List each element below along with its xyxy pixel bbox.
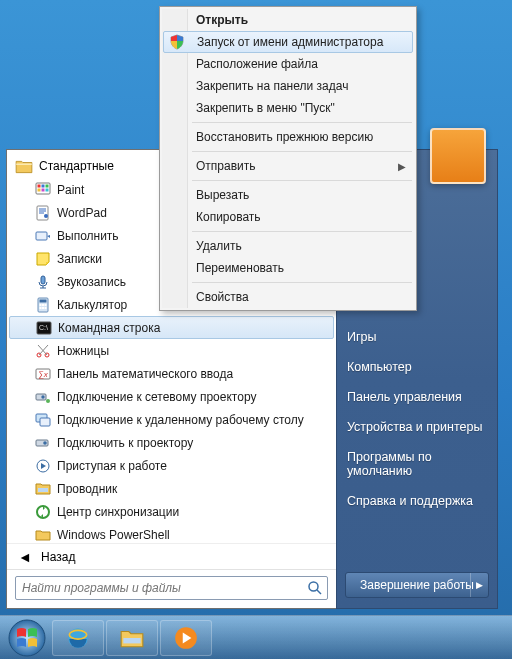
svg-rect-14 <box>42 304 44 306</box>
svg-rect-13 <box>40 304 42 306</box>
ctx-sep <box>192 282 412 283</box>
folder-open-icon <box>15 158 33 174</box>
avatar <box>430 128 486 184</box>
ctx-copy[interactable]: Копировать <box>162 206 414 228</box>
svg-rect-5 <box>42 188 45 191</box>
program-projector[interactable]: Подключить к проектору <box>7 431 336 454</box>
paint-icon <box>35 182 51 198</box>
svg-rect-3 <box>46 184 49 187</box>
svg-rect-9 <box>36 232 47 240</box>
search-icon <box>307 580 323 596</box>
svg-text:∑x: ∑x <box>38 370 49 379</box>
program-mathinput[interactable]: ∑xПанель математического ввода <box>7 362 336 385</box>
svg-rect-15 <box>45 304 47 306</box>
link-devices[interactable]: Устройства и принтеры <box>337 412 497 442</box>
ctx-cut[interactable]: Вырезать <box>162 184 414 206</box>
calc-icon <box>35 297 51 313</box>
svg-rect-16 <box>40 307 42 309</box>
svg-point-31 <box>43 441 47 445</box>
program-snipping[interactable]: Ножницы <box>7 339 336 362</box>
svg-point-36 <box>9 620 45 656</box>
sync-icon <box>35 504 51 520</box>
taskbar-explorer[interactable] <box>106 620 158 656</box>
math-icon: ∑x <box>35 366 51 382</box>
shutdown-button[interactable]: Завершение работы ▶ <box>345 572 489 598</box>
program-cmd[interactable]: C:\Командная строка <box>9 316 334 339</box>
search-area <box>7 569 336 608</box>
rdp-icon <box>35 412 51 428</box>
explorer-icon <box>35 481 51 497</box>
cmd-icon: C:\ <box>36 320 52 336</box>
submenu-arrow-icon: ▶ <box>398 161 406 172</box>
ctx-rename[interactable]: Переименовать <box>162 257 414 279</box>
svg-point-8 <box>44 214 48 218</box>
ctx-delete[interactable]: Удалить <box>162 235 414 257</box>
back-arrow-icon: ◄ <box>17 549 33 565</box>
shutdown-options-arrow-icon[interactable]: ▶ <box>470 573 488 597</box>
taskbar-ie[interactable] <box>52 620 104 656</box>
ctx-sep <box>192 151 412 152</box>
ctx-file-location[interactable]: Расположение файла <box>162 53 414 75</box>
program-netprojector[interactable]: Подключение к сетевому проектору <box>7 385 336 408</box>
link-computer[interactable]: Компьютер <box>337 352 497 382</box>
svg-rect-33 <box>38 488 48 492</box>
taskbar-wmp[interactable] <box>160 620 212 656</box>
folder-powershell[interactable]: Windows PowerShell <box>7 523 336 543</box>
svg-rect-6 <box>46 188 49 191</box>
svg-point-35 <box>309 582 318 591</box>
svg-point-27 <box>46 399 50 403</box>
svg-text:C:\: C:\ <box>39 324 48 331</box>
program-explorer[interactable]: Проводник <box>7 477 336 500</box>
start-icon <box>35 458 51 474</box>
program-getting-started[interactable]: Приступая к работе <box>7 454 336 477</box>
snip-icon <box>35 343 51 359</box>
ctx-open[interactable]: Открыть <box>162 9 414 31</box>
ctx-sep <box>192 122 412 123</box>
folder-icon <box>35 527 51 543</box>
svg-rect-4 <box>38 188 41 191</box>
proj-icon <box>35 435 51 451</box>
ctx-pin-start[interactable]: Закрепить в меню "Пуск" <box>162 97 414 119</box>
link-help[interactable]: Справка и поддержка <box>337 486 497 516</box>
ctx-sep <box>192 231 412 232</box>
svg-rect-2 <box>42 184 45 187</box>
search-input[interactable] <box>15 576 328 600</box>
link-games[interactable]: Игры <box>337 322 497 352</box>
ctx-pin-taskbar[interactable]: Закрепить на панели задач <box>162 75 414 97</box>
start-button[interactable] <box>4 618 50 658</box>
context-menu: Открыть Запуск от имени администратора Р… <box>159 6 417 311</box>
ctx-sep <box>192 180 412 181</box>
svg-rect-1 <box>38 184 41 187</box>
svg-rect-18 <box>45 307 47 309</box>
folder-title: Стандартные <box>39 159 114 173</box>
taskbar <box>0 615 512 659</box>
svg-rect-10 <box>41 276 45 284</box>
svg-point-26 <box>41 395 44 398</box>
ctx-properties[interactable]: Свойства <box>162 286 414 308</box>
netproj-icon <box>35 389 51 405</box>
program-sync[interactable]: Центр синхронизации <box>7 500 336 523</box>
back-button[interactable]: ◄ Назад <box>7 543 336 569</box>
link-default-programs[interactable]: Программы по умолчанию <box>337 442 497 486</box>
ctx-send-to[interactable]: Отправить ▶ <box>162 155 414 177</box>
ctx-restore-prev[interactable]: Восстановить прежнюю версию <box>162 126 414 148</box>
ctx-run-as-admin[interactable]: Запуск от имени администратора <box>163 31 413 53</box>
svg-rect-29 <box>40 418 50 426</box>
wordpad-icon <box>35 205 51 221</box>
sound-icon <box>35 274 51 290</box>
program-rdp[interactable]: Подключение к удаленному рабочему столу <box>7 408 336 431</box>
run-icon <box>35 228 51 244</box>
svg-rect-17 <box>42 307 44 309</box>
sticky-icon <box>35 251 51 267</box>
svg-rect-12 <box>40 299 47 302</box>
svg-rect-39 <box>123 638 140 643</box>
uac-shield-icon <box>169 34 185 50</box>
link-control-panel[interactable]: Панель управления <box>337 382 497 412</box>
